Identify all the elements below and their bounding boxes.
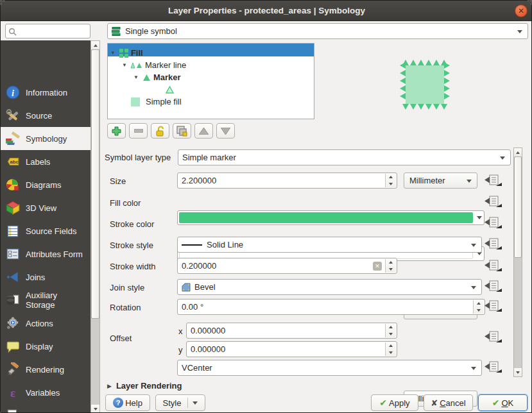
help-icon: ? — [113, 398, 123, 408]
renderer-select[interactable]: Single symbol — [107, 23, 528, 39]
stroke-width-override-button[interactable] — [483, 259, 504, 273]
sidebar-item-variables[interactable]: ε Variables — [1, 381, 90, 404]
stroke-style-select[interactable]: Solid Line — [177, 237, 482, 253]
rotation-override-button[interactable] — [483, 299, 504, 314]
remove-icon — [134, 129, 143, 133]
sidebar-item-information[interactable]: i Information — [1, 81, 90, 104]
offset-y-input[interactable]: 0.000000 — [186, 341, 397, 357]
sidebar-item-3d-view[interactable]: 3D View — [1, 196, 90, 219]
sidebar-item-actions[interactable]: Actions — [1, 312, 90, 335]
remove-symbol-layer-button[interactable] — [129, 123, 148, 139]
sidebar-item-display[interactable]: Display — [1, 335, 90, 358]
tree-row-simple-marker[interactable]: Simple marker — [166, 83, 231, 96]
fill-color-button[interactable] — [177, 210, 485, 225]
tree-row-marker[interactable]: ▼ Marker — [133, 71, 181, 83]
tree-row-fill[interactable]: ▼ Fill — [110, 47, 143, 59]
rotation-input[interactable]: 0.00 ° — [177, 299, 485, 315]
size-override-button[interactable] — [483, 174, 504, 188]
lock-color-button[interactable] — [151, 123, 169, 139]
stroke-width-input[interactable]: 0.200000 ✕ — [177, 258, 397, 274]
symbol-layer-type-select[interactable]: Simple marker — [178, 149, 511, 165]
size-input[interactable]: 2.200000 — [177, 173, 397, 189]
stroke-color-override-button[interactable] — [483, 216, 504, 230]
sidebar-item-attributes-form[interactable]: Attributes Form — [1, 240, 90, 268]
offset-x-spinner[interactable] — [385, 324, 396, 337]
chevron-down-icon[interactable] — [474, 211, 484, 224]
add-symbol-layer-button[interactable] — [107, 123, 126, 139]
single-symbol-icon — [112, 26, 121, 37]
sidebar-item-metadata[interactable]: Metadata — [1, 404, 90, 413]
ok-button[interactable]: ✔ OK — [478, 394, 528, 411]
sidebar-item-auxiliary-storage[interactable]: Auxiliary Storage — [1, 286, 90, 314]
data-defined-override-icon — [483, 280, 502, 294]
stroke-style-label: Stroke style — [110, 240, 153, 250]
offset-x-label: x — [178, 326, 183, 336]
fill-color-override-button[interactable] — [483, 195, 504, 209]
source-fields-icon — [6, 224, 20, 238]
data-defined-override-icon — [483, 195, 502, 209]
cross-icon: ✘ — [431, 398, 438, 408]
duplicate-icon — [176, 126, 187, 137]
close-icon[interactable]: ✕ — [515, 4, 528, 17]
join-style-label: Join style — [110, 283, 144, 292]
stroke-style-override-button[interactable] — [483, 237, 504, 251]
size-unit-select[interactable]: Millimeter — [404, 173, 477, 189]
apply-button[interactable]: ✔ Apply — [371, 394, 418, 411]
search-icon — [8, 28, 17, 36]
sidebar-scrollbar-thumb[interactable] — [91, 49, 99, 319]
sidebar-item-diagrams[interactable]: Diagrams — [1, 173, 90, 196]
rotation-label: Rotation — [110, 303, 141, 312]
data-defined-override-icon — [483, 259, 502, 273]
form-scrollbar-thumb[interactable] — [514, 156, 522, 258]
symbol-layer-tree: ▼ Fill ▼ Marker line ▼ Marker — [107, 43, 314, 119]
titlebar[interactable]: Layer Properties - protected_areas | Sym… — [1, 1, 532, 21]
svg-text:abc: abc — [10, 159, 19, 165]
rotation-spinner[interactable] — [473, 300, 484, 314]
labels-icon: abc — [6, 155, 20, 169]
anchor-override-button[interactable] — [483, 360, 504, 375]
scroll-down-icon[interactable] — [91, 405, 99, 413]
solid-line-icon — [182, 244, 202, 246]
offset-x-input[interactable]: 0.000000 — [186, 323, 397, 339]
tree-row-marker-line[interactable]: ▼ Marker line — [122, 59, 186, 71]
stroke-width-spinner[interactable] — [385, 259, 396, 273]
variables-icon: ε — [6, 385, 20, 400]
scroll-up-icon[interactable] — [514, 148, 522, 156]
sidebar-item-rendering[interactable]: Rendering — [1, 358, 90, 381]
expander-icon[interactable]: ▼ — [133, 74, 139, 80]
attributes-form-icon — [6, 247, 20, 261]
anchor-point-select[interactable]: VCenter — [177, 360, 482, 376]
join-style-select[interactable]: Bevel — [177, 279, 482, 295]
layer-rendering-label: Layer Rendering — [116, 381, 182, 391]
sidebar-item-source-fields[interactable]: Source Fields — [1, 219, 90, 242]
offset-y-spinner[interactable] — [385, 342, 396, 356]
expander-icon[interactable]: ▼ — [122, 62, 127, 68]
help-button[interactable]: ? Help — [105, 394, 150, 411]
fill-color-label: Fill color — [110, 198, 141, 208]
clear-icon[interactable]: ✕ — [373, 262, 382, 271]
tree-row-simple-fill[interactable]: Simple fill — [131, 96, 182, 108]
simple-fill-icon — [131, 97, 140, 106]
display-icon — [6, 339, 20, 353]
sidebar-item-symbology[interactable]: Symbology — [1, 127, 90, 150]
sidebar-item-joins[interactable]: Joins — [1, 266, 90, 289]
form-scrollbar[interactable] — [513, 148, 522, 377]
join-style-override-button[interactable] — [483, 280, 504, 294]
expander-icon[interactable]: ▼ — [110, 50, 116, 56]
move-layer-down-button[interactable] — [216, 123, 235, 139]
size-spinner[interactable] — [385, 174, 396, 187]
style-button[interactable]: Style — [155, 394, 205, 411]
move-layer-up-button[interactable] — [194, 123, 213, 139]
scroll-down-icon[interactable] — [514, 368, 522, 376]
scroll-up-icon[interactable] — [91, 41, 99, 49]
layer-rendering-group[interactable]: ▶ Layer Rendering — [107, 381, 182, 391]
expander-collapsed-icon[interactable]: ▶ — [107, 383, 112, 389]
sidebar-scrollbar[interactable] — [90, 40, 100, 413]
duplicate-symbol-layer-button[interactable] — [173, 123, 191, 139]
search-input[interactable] — [5, 24, 90, 38]
sidebar-item-source[interactable]: Source — [1, 104, 90, 127]
offset-override-button[interactable] — [483, 330, 504, 344]
arrow-down-icon — [221, 128, 230, 135]
cancel-button[interactable]: ✘ Cancel — [424, 394, 473, 411]
sidebar-item-labels[interactable]: abc Labels — [1, 150, 90, 173]
